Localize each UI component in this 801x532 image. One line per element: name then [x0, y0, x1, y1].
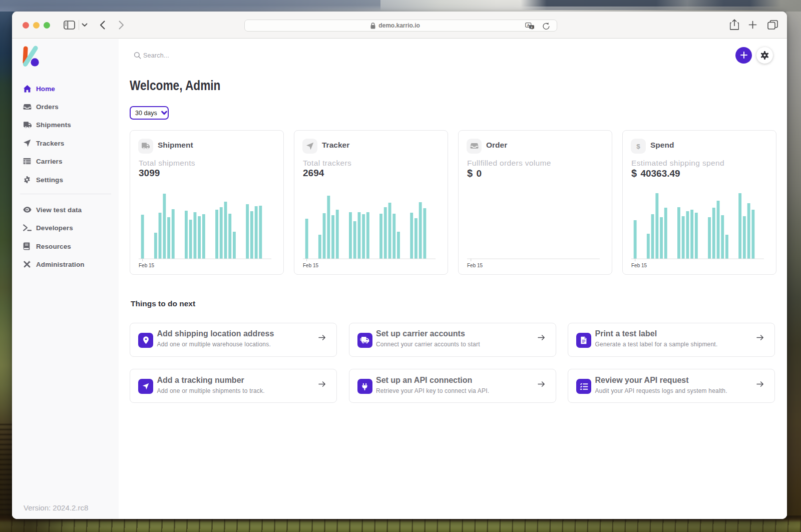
svg-text:$: $	[636, 142, 640, 150]
svg-text:A: A	[527, 23, 530, 27]
